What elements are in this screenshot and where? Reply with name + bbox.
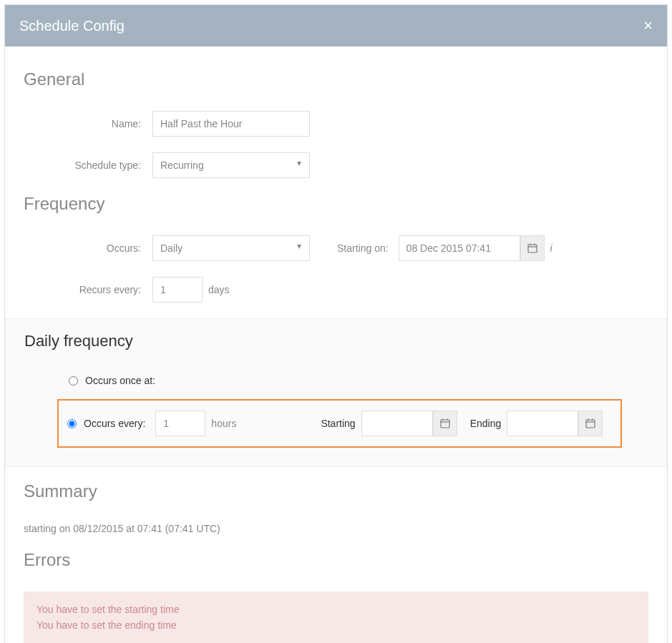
- calendar-icon: [440, 418, 450, 428]
- ending-time-group: Ending: [470, 411, 603, 436]
- occurs-every-radio[interactable]: [67, 419, 77, 428]
- row-occurs-once: Occurs once at:: [64, 366, 651, 395]
- section-daily-frequency-title: Daily frequency: [24, 332, 651, 350]
- daily-frequency-box: Daily frequency Occurs once at: Occurs e…: [5, 318, 667, 467]
- name-input[interactable]: [152, 111, 310, 137]
- calendar-icon: [527, 243, 537, 253]
- starting-time-calendar-button[interactable]: [433, 411, 457, 436]
- label-starting-on: Starting on:: [337, 242, 389, 254]
- modal-header: Schedule Config ×: [5, 5, 667, 46]
- schedule-type-select[interactable]: Recurring: [152, 152, 310, 178]
- label-name: Name:: [24, 118, 152, 129]
- label-occurs-once: Occurs once at:: [85, 375, 185, 386]
- starting-on-calendar-button[interactable]: [520, 235, 545, 261]
- starting-on-group: Starting on: i: [331, 235, 552, 261]
- close-icon[interactable]: ×: [643, 16, 653, 35]
- label-schedule-type: Schedule type:: [24, 159, 152, 171]
- error-box: You have to set the starting time You ha…: [24, 592, 648, 643]
- row-occurs: Occurs: Daily Starting on: i: [24, 235, 648, 261]
- label-ending-time: Ending: [470, 418, 502, 429]
- starting-time-group: Starting: [321, 411, 457, 436]
- section-errors-title: Errors: [24, 550, 648, 570]
- occurs-select[interactable]: Daily: [152, 235, 310, 261]
- ending-time-calendar-button[interactable]: [578, 411, 603, 436]
- modal-body: General Name: Schedule type: Recurring F…: [5, 46, 667, 643]
- recurs-every-input[interactable]: [152, 277, 203, 303]
- calendar-icon: [585, 418, 595, 428]
- label-occurs-every: Occurs every:: [84, 418, 145, 429]
- row-name: Name:: [24, 111, 648, 137]
- starting-time-input[interactable]: [361, 411, 433, 436]
- section-frequency-title: Frequency: [24, 194, 648, 214]
- label-recurs-every: Recurs every:: [24, 284, 152, 295]
- schedule-config-modal: Schedule Config × General Name: Schedule…: [4, 4, 668, 643]
- starting-on-input[interactable]: [399, 235, 520, 261]
- occurs-once-radio[interactable]: [69, 376, 78, 386]
- section-general-title: General: [24, 69, 648, 89]
- ending-time-input[interactable]: [507, 411, 578, 436]
- label-starting-time: Starting: [321, 418, 355, 429]
- svg-rect-0: [528, 245, 537, 252]
- svg-rect-8: [586, 420, 595, 428]
- error-line-1: You have to set the starting time: [36, 602, 636, 617]
- error-line-2: You have to set the ending time: [36, 617, 636, 633]
- hours-suffix: hours: [211, 418, 236, 429]
- row-occurs-every-highlight: Occurs every: hours Starting Ending: [57, 399, 622, 448]
- summary-text: starting on 08/12/2015 at 07:41 (07:41 U…: [24, 523, 648, 534]
- occurs-every-input[interactable]: [155, 411, 205, 436]
- label-occurs: Occurs:: [24, 242, 152, 254]
- info-icon[interactable]: i: [550, 242, 552, 254]
- row-recurs-every: Recurs every: days: [24, 277, 648, 303]
- section-summary-title: Summary: [24, 481, 648, 501]
- row-schedule-type: Schedule type: Recurring: [24, 152, 648, 178]
- modal-title: Schedule Config: [19, 18, 125, 34]
- days-suffix: days: [208, 284, 230, 295]
- svg-rect-4: [441, 420, 449, 428]
